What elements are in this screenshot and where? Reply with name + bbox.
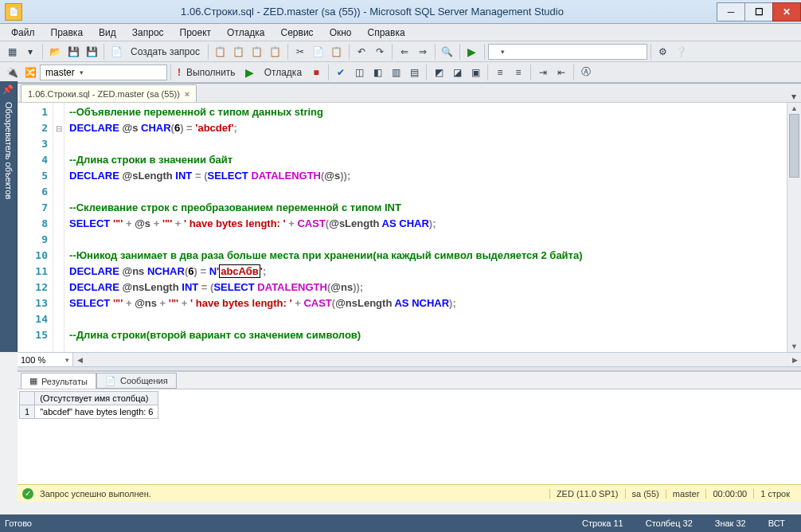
menu-item-сервис[interactable]: Сервис <box>273 24 322 41</box>
fold-box[interactable] <box>53 295 64 311</box>
horizontal-scrollbar[interactable] <box>86 353 788 367</box>
menu-item-отладка[interactable]: Отладка <box>219 24 272 41</box>
tabs-dropdown-icon[interactable]: ▾ <box>787 91 801 102</box>
code-line[interactable] <box>69 184 787 200</box>
tb-icon-2[interactable]: 📋 <box>230 43 248 61</box>
code-line[interactable]: --Длина строки в значении байт <box>69 152 787 168</box>
fold-box[interactable] <box>53 327 64 343</box>
code-line[interactable] <box>69 232 787 248</box>
menu-item-файл[interactable]: Файл <box>3 24 43 41</box>
menu-item-справка[interactable]: Справка <box>360 24 413 41</box>
hscroll-left-icon[interactable]: ◀ <box>73 353 86 367</box>
fold-box[interactable] <box>53 200 64 216</box>
close-tab-icon[interactable]: × <box>185 89 190 99</box>
code-line[interactable]: --Склеивание строк с преобразованием пер… <box>69 200 787 216</box>
paste-icon[interactable]: 📋 <box>328 43 346 61</box>
grid-col-header[interactable]: (Отсутствует имя столбца) <box>35 392 158 405</box>
solution-dropdown[interactable]: ▾ <box>488 44 647 60</box>
code-editor[interactable]: 123456789101112131415 ⊟ --Объявление пер… <box>18 103 801 352</box>
fold-box[interactable] <box>53 264 64 280</box>
object-explorer-tab[interactable]: 📌 Обозреватель объектов <box>0 81 18 352</box>
code-line[interactable]: DECLARE @s CHAR(6) = 'abcdef'; <box>69 120 787 136</box>
comment-icon[interactable]: ≡ <box>491 64 509 81</box>
fold-box[interactable] <box>53 232 64 248</box>
help-icon[interactable]: ❔ <box>673 43 690 61</box>
debug-play-icon[interactable]: ▶ <box>241 64 259 81</box>
redo-icon[interactable]: ↷ <box>371 43 389 61</box>
fold-box[interactable] <box>53 311 64 327</box>
code-line[interactable]: --Длина строки(второй вариант со значени… <box>69 327 787 343</box>
pin-icon[interactable]: 📌 <box>2 84 14 96</box>
minimize-button[interactable]: ─ <box>717 2 745 22</box>
maximize-button[interactable]: ☐ <box>744 2 773 22</box>
fold-box[interactable] <box>53 184 64 200</box>
fold-box[interactable] <box>53 168 64 184</box>
change-conn-icon[interactable]: 🔀 <box>21 64 39 81</box>
code-line[interactable]: --Юникод занимает в два раза больше мест… <box>69 248 787 264</box>
nav-fwd-icon[interactable]: ⇒ <box>414 43 432 61</box>
client-stats-icon[interactable]: ◪ <box>448 64 466 81</box>
uncomment-icon[interactable]: ≡ <box>510 64 527 81</box>
dropdown-icon[interactable]: ▾ <box>21 43 39 61</box>
menu-item-правка[interactable]: Правка <box>43 24 92 41</box>
database-dropdown[interactable]: master ▾ <box>40 65 167 80</box>
execute-button[interactable]: Выполнить <box>182 67 240 78</box>
results-grid[interactable]: (Отсутствует имя столбца) 1 "abcdef" hav… <box>18 389 801 484</box>
outdent-icon[interactable]: ⇤ <box>553 64 570 81</box>
include-plan-icon[interactable]: ◩ <box>430 64 447 81</box>
zoom-dropdown[interactable]: 100 % ▾ <box>18 353 73 367</box>
tab-results[interactable]: ▦ Результаты <box>21 373 96 389</box>
parse-icon[interactable]: ✔ <box>332 64 350 81</box>
results-grid-icon[interactable]: ▥ <box>387 64 404 81</box>
vertical-scrollbar[interactable]: ▲ ▼ <box>787 103 801 352</box>
code-line[interactable]: DECLARE @sLength INT = (SELECT DATALENGT… <box>69 168 787 184</box>
grid-cell[interactable]: "abcdef" have bytes length: 6 <box>35 405 158 419</box>
tb-icon-3[interactable]: 📋 <box>248 43 266 61</box>
code-line[interactable]: SELECT '"' + @ns + '"' + ' have bytes le… <box>69 295 787 311</box>
code-line[interactable]: --Объявление переменной с типом данных s… <box>69 104 787 120</box>
nav-back-icon[interactable]: ⇐ <box>396 43 413 61</box>
code-line[interactable] <box>69 311 787 327</box>
tab-messages[interactable]: 📄 Сообщения <box>96 373 177 389</box>
menu-item-запрос[interactable]: Запрос <box>124 24 172 41</box>
new-query-button[interactable]: Создать запрос <box>126 46 205 57</box>
new-query-icon[interactable]: 📄 <box>107 43 125 61</box>
grid-corner[interactable] <box>20 392 35 405</box>
tools-icon[interactable]: ⚙ <box>654 43 672 61</box>
document-tab-active[interactable]: 1.06.Строки.sql - ZED.master (sa (55)) × <box>21 84 197 102</box>
copy-icon[interactable]: 📄 <box>310 43 327 61</box>
specify-values-icon[interactable]: Ⓐ <box>577 64 595 81</box>
scroll-thumb[interactable] <box>789 114 799 178</box>
close-button[interactable]: ✕ <box>772 2 801 22</box>
hscroll-right-icon[interactable]: ▶ <box>788 353 801 367</box>
tb-icon-1[interactable]: 📋 <box>212 43 229 61</box>
tb2-icon-c[interactable]: ▣ <box>467 64 484 81</box>
debug-button[interactable]: Отладка <box>260 67 307 78</box>
fold-box[interactable] <box>53 280 64 295</box>
undo-icon[interactable]: ↶ <box>353 43 370 61</box>
save-icon[interactable]: 💾 <box>64 43 82 61</box>
stop-icon[interactable]: ■ <box>307 64 325 81</box>
open-icon[interactable]: 📂 <box>46 43 64 61</box>
fold-box[interactable] <box>53 136 64 152</box>
scroll-up-icon[interactable]: ▲ <box>787 103 801 114</box>
options-icon[interactable]: ◧ <box>369 64 386 81</box>
code-line[interactable] <box>69 136 787 152</box>
save-all-icon[interactable]: 💾 <box>83 43 100 61</box>
tb-icon-4[interactable]: 📋 <box>267 43 284 61</box>
fold-box[interactable] <box>53 152 64 168</box>
indent-icon[interactable]: ⇥ <box>534 64 552 81</box>
code-line[interactable]: DECLARE @nsLength INT = (SELECT DATALENG… <box>69 280 787 295</box>
menu-item-окно[interactable]: Окно <box>322 24 360 41</box>
results-text-icon[interactable]: ▤ <box>405 64 423 81</box>
fold-box[interactable] <box>53 248 64 264</box>
fold-box[interactable] <box>53 216 64 232</box>
scroll-down-icon[interactable]: ▼ <box>787 341 801 352</box>
code-line[interactable]: DECLARE @ns NCHAR(6) = N'abcАбв'; <box>69 264 787 280</box>
cut-icon[interactable]: ✂ <box>291 43 309 61</box>
new-project-icon[interactable]: ▦ <box>3 43 21 61</box>
menu-item-вид[interactable]: Вид <box>91 24 124 41</box>
connection-icon[interactable]: 🔌 <box>3 64 21 81</box>
find-icon[interactable]: 🔍 <box>439 43 456 61</box>
run-icon[interactable]: ▶ <box>463 43 481 61</box>
